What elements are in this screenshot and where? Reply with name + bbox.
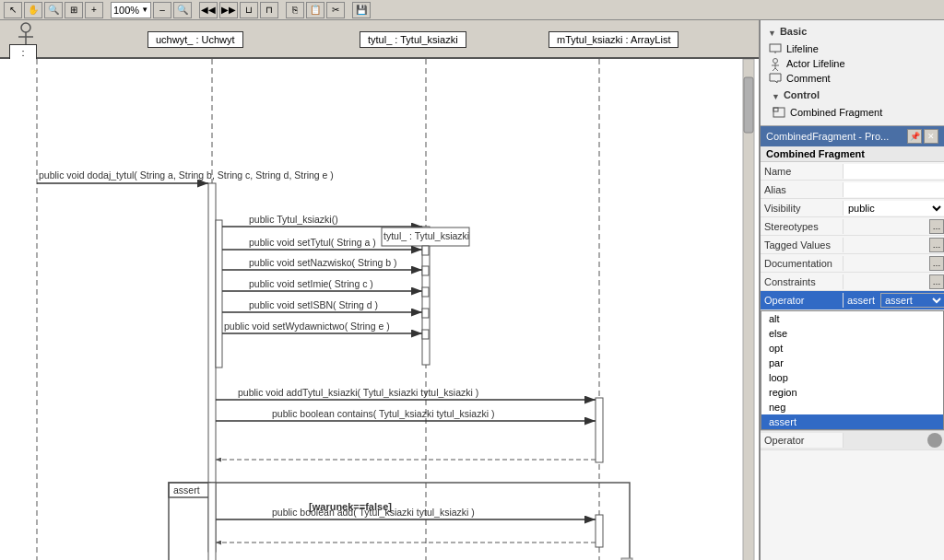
right-panel: ▼ Basic Lifeline Actor Lifeline Comment	[760, 20, 944, 560]
svg-text:public boolean  add( Tytul_ksi: public boolean add( Tytul_ksiazki tytul_…	[272, 507, 475, 518]
tool-zoom-in[interactable]: 🔍	[44, 2, 63, 18]
svg-rect-43	[596, 515, 603, 547]
prop-row-stereotypes: Stereotypes …	[761, 217, 944, 236]
tool-hand[interactable]: ✋	[24, 2, 42, 18]
prop-btn-documentation[interactable]: …	[929, 256, 944, 271]
dropdown-item-par[interactable]: par	[761, 356, 943, 370]
prop-value-constraints	[844, 280, 929, 284]
prop-value-operator: assert	[844, 293, 879, 308]
palette-basic-title: Basic	[780, 26, 807, 37]
palette-control-title: Control	[784, 89, 820, 100]
palette-control-section: ▼ Control Combined Fragment	[764, 86, 940, 122]
svg-rect-23	[422, 266, 429, 275]
palette-control-expand: ▼	[772, 92, 780, 101]
prop-select-visibility[interactable]: public private protected	[844, 201, 944, 216]
tool-nav3[interactable]: ⊔	[240, 2, 258, 18]
tool-nav2[interactable]: ▶▶	[219, 2, 238, 18]
palette-actor-label: Actor Lifeline	[786, 58, 845, 69]
prop-input-name[interactable]	[844, 164, 944, 179]
properties-section-label: Combined Fragment	[761, 146, 944, 162]
palette: ▼ Basic Lifeline Actor Lifeline Comment	[761, 20, 944, 126]
prop-value-tagged	[844, 243, 929, 247]
prop-row-tagged: Tagged Values …	[761, 236, 944, 254]
svg-line-61	[773, 68, 775, 71]
diagram-svg: public void dodaj_tytul( String a, Strin…	[0, 59, 756, 560]
prop-btn-tagged[interactable]: …	[929, 238, 944, 252]
lifeline-tytul-header[interactable]: tytul_ : Tytul_ksiazki	[360, 31, 466, 48]
dropdown-item-loop[interactable]: loop	[761, 370, 943, 385]
dropdown-item-opt[interactable]: opt	[761, 341, 943, 356]
diagram-area: : uchwyt_ : Uchwyt tytul_ : Tytul_ksiazk…	[0, 20, 760, 560]
palette-lifeline[interactable]: Lifeline	[764, 41, 940, 56]
tool-zoom-out[interactable]: –	[153, 2, 171, 18]
prop-pin-btn[interactable]: 📌	[907, 129, 922, 144]
tool-arrow[interactable]: ↖	[4, 2, 22, 18]
svg-text:public void  setImie( String c: public void setImie( String c )	[249, 278, 373, 289]
tool-nav4[interactable]: ⊓	[260, 2, 278, 18]
svg-text:public void  setTytul( String : public void setTytul( String a )	[249, 237, 376, 248]
palette-basic-expand: ▼	[768, 29, 776, 38]
prop-close-btn[interactable]: ✕	[924, 129, 938, 144]
palette-combined-fragment[interactable]: Combined Fragment	[768, 105, 937, 120]
lifeline-uchwyt-header[interactable]: uchwyt_ : Uchwyt	[148, 31, 243, 48]
tool-zoom-fit[interactable]: ⊞	[65, 2, 83, 18]
prop-operator-circle-icon	[927, 433, 942, 448]
properties-panel: CombinedFragment - Pro... 📌 ✕ Combined F…	[761, 126, 944, 560]
lifeline-bar: : uchwyt_ : Uchwyt tytul_ : Tytul_ksiazk…	[0, 20, 759, 59]
comment-palette-icon	[768, 73, 783, 84]
zoom-value: 100%	[113, 5, 139, 16]
prop-label-documentation: Documentation	[761, 256, 844, 271]
diagram-canvas[interactable]: public void dodaj_tytul( String a, Strin…	[0, 59, 759, 560]
svg-line-62	[775, 68, 778, 71]
svg-text:public boolean  contains( Tytu: public boolean contains( Tytul_ksiazki t…	[272, 408, 494, 419]
svg-marker-63	[770, 74, 781, 83]
palette-actor-lifeline[interactable]: Actor Lifeline	[764, 56, 940, 71]
dropdown-item-else[interactable]: else	[761, 326, 943, 341]
dropdown-item-neg[interactable]: neg	[761, 400, 943, 414]
prop-label-tagged: Tagged Values	[761, 238, 844, 252]
palette-basic-section[interactable]: ▼ Basic	[764, 24, 940, 41]
svg-rect-26	[422, 287, 429, 297]
prop-row-visibility: Visibility public private protected	[761, 199, 944, 217]
prop-label-constraints: Constraints	[761, 274, 844, 289]
zoom-box[interactable]: 100% ▼	[111, 2, 151, 18]
lifeline-mtytul-header[interactable]: mTytul_ksiazki : ArrayList	[549, 31, 678, 48]
tool-cut[interactable]: ✂	[326, 2, 345, 18]
palette-control-header[interactable]: ▼ Control	[768, 88, 937, 105]
dropdown-item-alt[interactable]: alt	[761, 311, 943, 326]
palette-comment-label: Comment	[786, 73, 831, 84]
svg-rect-29	[422, 309, 429, 318]
svg-point-58	[773, 59, 778, 64]
fragment-palette-icon	[772, 107, 786, 118]
prop-label-bottom-operator: Operator	[761, 433, 844, 448]
prop-input-alias[interactable]	[844, 182, 944, 197]
prop-dropdown-operator[interactable]: assert	[880, 293, 944, 308]
svg-rect-55	[208, 483, 216, 560]
prop-row-constraints: Constraints …	[761, 273, 944, 291]
svg-rect-56	[770, 44, 781, 52]
zoom-dropdown-icon[interactable]: ▼	[141, 6, 148, 14]
prop-label-alias: Alias	[761, 182, 844, 197]
actor-palette-icon	[768, 58, 783, 69]
svg-rect-65	[773, 108, 778, 111]
tool-paste[interactable]: 📋	[306, 2, 324, 18]
svg-rect-13	[216, 220, 222, 368]
svg-rect-49	[743, 59, 754, 560]
prop-btn-constraints[interactable]: …	[929, 274, 944, 289]
palette-comment[interactable]: Comment	[764, 71, 940, 86]
palette-lifeline-label: Lifeline	[786, 43, 819, 54]
tool-zoom-in2[interactable]: +	[85, 2, 103, 18]
svg-rect-64	[773, 108, 785, 117]
tool-nav1[interactable]: ◀◀	[199, 2, 218, 18]
svg-text:public void  setNazwisko( Stri: public void setNazwisko( String b )	[249, 257, 396, 268]
prop-label-stereotypes: Stereotypes	[761, 219, 844, 234]
svg-rect-20	[422, 246, 429, 255]
tool-copy[interactable]: ⎘	[286, 2, 304, 18]
properties-header: CombinedFragment - Pro... 📌 ✕	[761, 126, 944, 146]
tool-zoom-out2[interactable]: 🔍	[173, 2, 192, 18]
dropdown-item-assert[interactable]: assert	[761, 414, 943, 429]
dropdown-item-region[interactable]: region	[761, 385, 943, 400]
svg-rect-39	[169, 483, 630, 560]
tool-save[interactable]: 💾	[352, 2, 371, 18]
prop-btn-stereotypes[interactable]: …	[929, 219, 944, 234]
